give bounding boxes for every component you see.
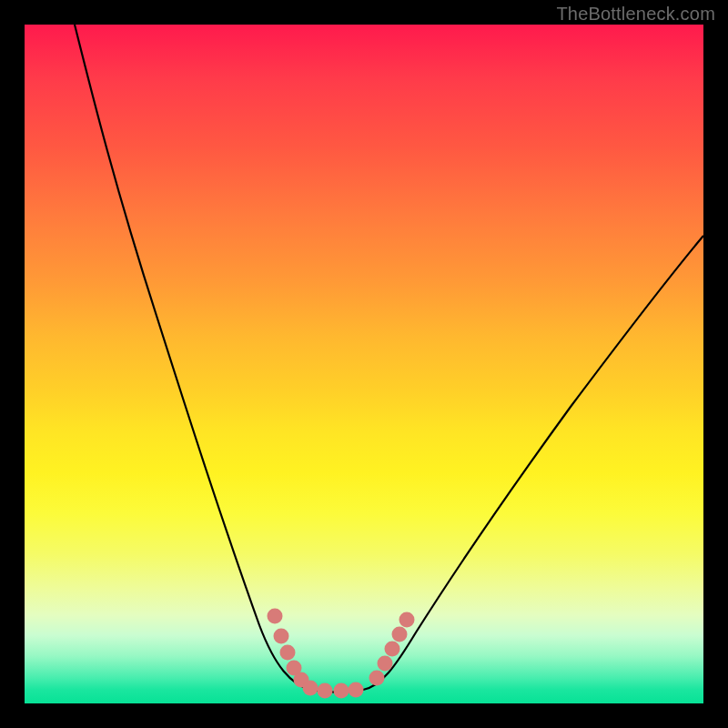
highlight-dot [378,656,393,672]
highlight-dot [392,627,408,642]
chart-frame: TheBottleneck.com [0,0,728,728]
highlight-dot [334,683,349,699]
highlight-dot [369,671,385,686]
curve-group [75,25,703,693]
highlight-dot [399,612,415,628]
watermark-label: TheBottleneck.com [556,4,715,25]
highlight-dot [280,645,296,661]
highlight-dot [303,681,318,696]
highlight-dots [268,609,415,699]
highlight-dot [268,609,283,624]
highlight-dot [349,682,364,698]
chart-svg [25,25,703,703]
highlight-dot [318,683,333,699]
highlight-dot [274,629,289,644]
chart-plot-area [25,25,703,703]
highlight-dot [385,642,400,657]
bottleneck-curve [75,25,703,693]
